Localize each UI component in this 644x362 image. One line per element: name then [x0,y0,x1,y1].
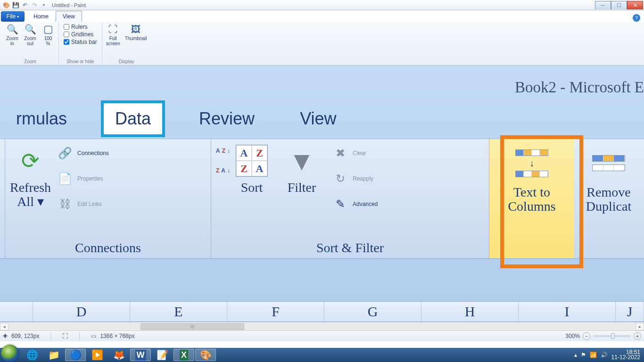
file-label: File [7,13,16,20]
zoom-slider-thumb[interactable] [611,333,615,339]
remove-duplicates-icon [583,142,635,184]
window-title: Untitled - Paint [52,2,86,8]
col-f: F [227,302,324,321]
col-e: E [130,302,227,321]
file-menu-button[interactable]: File ▾ [1,11,25,22]
scroll-left-button[interactable]: ◂ [0,323,8,330]
advanced-icon: ✎ [332,196,349,213]
tab-home[interactable]: Home [26,11,56,22]
statusbar-checkbox[interactable]: Status bar [64,39,97,45]
excel-tab-review: Review [188,103,266,134]
zoom-control: 300% − + [565,332,641,340]
word-taskbar-icon[interactable]: W [130,349,151,361]
gridlines-checkbox[interactable]: Gridlines [64,31,97,38]
statusbar-check[interactable] [64,39,69,45]
selection-icon: ⛶ [62,333,68,339]
media-taskbar-icon[interactable]: ▶️ [87,349,107,361]
paint-ribbon: 🔍Zoom in 🔍Zoom out ▢100 % Zoom Rulers Gr… [0,22,644,66]
excel-tab-data-highlighted: Data [101,100,165,137]
undo-icon[interactable]: ↶ [21,1,29,9]
zoom-group: 🔍Zoom in 🔍Zoom out ▢100 % Zoom [2,23,59,65]
zoom-100-button[interactable]: ▢100 % [40,23,57,58]
remove-duplicates-button: Remove Duplicat [583,142,635,214]
rulers-checkbox[interactable]: Rulers [64,24,97,30]
rulers-check[interactable] [64,24,69,30]
tray-clock[interactable]: 18:51 11-12-2022 [611,350,640,360]
remove-duplicates-group: Remove Duplicat [574,139,639,258]
excel-connections-group: ⟳ Refresh All ▾ 🔗Connections 📄Properties… [5,139,211,258]
sort-desc-icon: ZA↓ [216,167,230,174]
paint-canvas[interactable]: Book2 - Microsoft E rmulas Data Review V… [0,66,644,322]
excel-column-headers: D E F G H I J [0,301,644,322]
tray-date: 11-12-2022 [611,355,640,360]
excel-tab-formulas: rmulas [5,103,78,134]
connections-list: 🔗Connections 📄Properties ⛓Edit Links [57,142,109,213]
firefox-taskbar-icon[interactable]: 🦊 [108,349,129,361]
zoom-out-button[interactable]: − [583,332,590,340]
properties-item: 📄Properties [57,170,109,187]
sortfilter-group-label: Sort & Filter [216,239,484,255]
tray-up-icon[interactable]: ▴ [574,352,577,358]
ie-taskbar-icon[interactable]: 🌐 [22,349,42,361]
sort-az-buttons: AZ↓ ZA↓ [216,142,230,174]
zoom-in-icon: 🔍 [7,24,18,35]
zoom-group-label: Zoom [24,58,36,65]
windows-taskbar: 🌐 📁 🔵 ▶️ 🦊 W 📝 X 🎨 ▴ ⚑ 📶 🔊 18:51 11-12-2… [0,348,644,362]
excel-tab-view: View [289,103,347,134]
show-hide-group: Rulers Gridlines Status bar Show or hide [59,23,102,65]
start-button[interactable] [1,345,19,362]
clear-icon: ✖ [332,145,349,162]
excel-taskbar-icon[interactable]: X [173,349,194,361]
save-icon[interactable]: 💾 [11,1,20,9]
close-button[interactable]: ✕ [627,1,643,9]
pasted-excel-image: Book2 - Microsoft E rmulas Data Review V… [0,66,644,322]
maximize-button[interactable]: ☐ [611,1,627,9]
zoom-in-button[interactable]: 🔍Zoom in [4,23,21,58]
chrome-taskbar-icon[interactable]: 🔵 [65,349,86,361]
paint-statusbar: ✚ 609, 123px ⛶ ▭ 644 × 362px 300% − + [0,330,644,341]
separator [50,332,51,340]
explorer-taskbar-icon[interactable]: 📁 [43,349,64,361]
excel-sortfilter-group: AZ↓ ZA↓ AZZA Sort ▼ Filter ✖Clear ↻Reapp… [211,139,489,258]
filter-button: ▼ Filter [283,142,321,195]
network-icon[interactable]: 📶 [590,352,597,358]
show-hide-group-label: Show or hide [66,58,94,65]
tab-view[interactable]: View [56,11,82,22]
horizontal-scrollbar[interactable]: ◂ ▸ [0,322,644,330]
advanced-item: ✎Advanced [332,196,378,213]
thumbnail-button[interactable]: 🖼Thumbnail [123,23,149,58]
minimize-button[interactable]: ─ [595,1,611,9]
canvas-size: 644 × 362px [100,333,134,339]
editlinks-item: ⛓Edit Links [57,196,109,213]
cursor-pos-icon: ✚ [3,333,8,339]
quick-access-toolbar: 🎨 💾 ↶ ↷ ▾ [2,1,48,9]
flag-icon[interactable]: ⚑ [581,352,586,358]
scroll-track[interactable] [8,323,636,330]
col-i: I [519,302,616,321]
paint-taskbar-icon[interactable]: 🎨 [195,349,216,361]
paint-app-icon: 🎨 [2,1,10,9]
zoom-slider[interactable] [593,335,631,337]
gridlines-check[interactable] [64,32,69,37]
separator [79,332,80,340]
window-controls: ─ ☐ ✕ [595,1,643,9]
notes-taskbar-icon[interactable]: 📝 [152,349,173,361]
text-to-columns-group: ↓ Text to Columns [489,139,574,258]
qat-dropdown-icon[interactable]: ▾ [40,1,48,9]
text-to-columns-icon: ↓ [506,142,558,184]
help-icon[interactable]: ? [633,14,640,22]
col-gap [0,302,33,321]
titlebar: 🎨 💾 ↶ ↷ ▾ Untitled - Paint ─ ☐ ✕ [0,0,644,10]
zoom-in-button[interactable]: + [634,332,641,340]
volume-icon[interactable]: 🔊 [601,352,608,358]
canvas-size-icon: ▭ [91,333,96,339]
display-group-label: Display [119,58,134,65]
clear-item: ✖Clear [332,145,378,162]
zoom-out-button[interactable]: 🔍Zoom out [22,23,39,58]
redo-icon[interactable]: ↷ [30,1,39,9]
system-tray: ▴ ⚑ 📶 🔊 18:51 11-12-2022 [574,350,643,360]
scroll-thumb[interactable] [140,323,244,330]
sort-button: AZZA Sort [236,142,268,195]
scroll-right-button[interactable]: ▸ [636,323,644,330]
fullscreen-button[interactable]: ⛶Full screen [104,23,122,58]
